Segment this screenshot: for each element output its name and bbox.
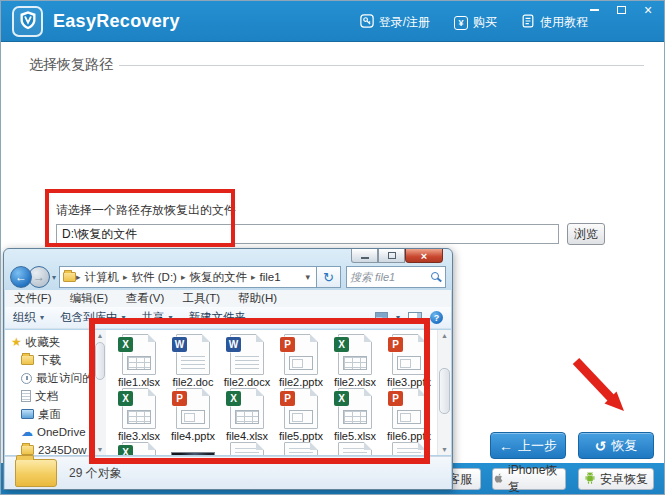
sidebar-item-documents[interactable]: 文档 xyxy=(5,387,93,405)
minimize-icon xyxy=(590,9,599,11)
change-view-icon[interactable] xyxy=(375,312,388,323)
sidebar-scrollbar-thumb[interactable] xyxy=(95,342,105,380)
iphone-recovery-button[interactable]: iPhone恢复 xyxy=(492,468,566,490)
file-item[interactable]: X file2.xlsx xyxy=(328,334,382,388)
android-recovery-button[interactable]: 安卓恢复 xyxy=(578,468,654,490)
window-controls: × xyxy=(586,3,656,17)
file-item[interactable]: X file4.xlsx xyxy=(220,388,274,442)
spreadsheet-preview xyxy=(127,356,151,370)
file-item[interactable]: X file1.xlsx xyxy=(112,334,166,388)
sidebar-2345-label: 2345Dow xyxy=(38,444,87,455)
menu-help[interactable]: 帮助(H) xyxy=(229,291,286,306)
minimize-button[interactable] xyxy=(586,3,602,17)
folder-icon xyxy=(15,459,57,487)
scroll-down-icon[interactable]: ▼ xyxy=(94,446,106,453)
close-button[interactable]: × xyxy=(640,3,656,17)
help-icon[interactable]: ? xyxy=(430,311,443,324)
spreadsheet-preview xyxy=(235,410,259,424)
file-list-scrollbar-thumb[interactable] xyxy=(439,368,450,414)
sidebar-item-2345downloads[interactable]: 2345Dow xyxy=(5,441,93,455)
sidebar-item-favorites[interactable]: ★ 收藏夹 xyxy=(5,333,93,351)
toolbar-organize[interactable]: 组织 ▾ xyxy=(5,310,52,325)
sidebar-favorites-label: 收藏夹 xyxy=(26,335,61,350)
android-icon xyxy=(584,471,596,487)
history-dropdown-icon[interactable]: ▾ xyxy=(52,273,56,282)
search-box xyxy=(346,266,446,288)
powerpoint-badge-icon: P xyxy=(172,391,187,406)
page-title: 选择恢复路径 xyxy=(29,56,113,74)
file-item[interactable]: X file5.xlsx xyxy=(328,388,382,442)
chevron-down-icon[interactable]: ▾ xyxy=(396,313,400,322)
menu-file[interactable]: 文件(F) xyxy=(5,291,61,306)
toolbar-include-in-library[interactable]: 包含到库中 ▾ xyxy=(52,310,134,325)
breadcrumb-drive-d[interactable]: 软件 (D:) xyxy=(128,270,181,285)
scroll-up-icon[interactable]: ▲ xyxy=(94,332,106,339)
file-item[interactable]: W file2.doc xyxy=(166,334,220,388)
address-dropdown-icon[interactable]: ▾ xyxy=(302,272,313,282)
toolbar-share[interactable]: 共享 ▾ xyxy=(134,310,181,325)
sidebar-item-onedrive[interactable]: ☁ OneDrive xyxy=(5,423,93,441)
file-list-scrollbar[interactable]: ▲ ▼ xyxy=(437,330,451,455)
file-item[interactable]: P file2.pptx xyxy=(274,334,328,388)
search-input[interactable] xyxy=(350,268,430,286)
explorer-toolbar: 组织 ▾ 包含到库中 ▾ 共享 ▾ 新建文件夹 ▾ ? xyxy=(5,307,451,329)
recent-places-icon xyxy=(21,373,32,384)
file-name: file4.pptx xyxy=(171,430,215,442)
sidebar-item-recent-places[interactable]: 最近访问的位置 xyxy=(5,369,93,387)
slide-preview xyxy=(397,410,421,424)
app-title: EasyRecovery xyxy=(53,1,180,42)
file-item[interactable] xyxy=(328,442,382,455)
tutorial-button[interactable]: 使用教程 xyxy=(521,14,588,31)
annotation-arrow xyxy=(564,355,636,421)
file-item[interactable]: W file2.docx xyxy=(220,334,274,388)
scroll-up-icon[interactable]: ▲ xyxy=(438,332,451,339)
file-item[interactable]: P file3.pptx xyxy=(382,334,436,388)
recover-button[interactable]: ↺ 恢复 xyxy=(578,432,654,459)
recovery-path-input[interactable] xyxy=(56,224,559,244)
browse-button[interactable]: 浏览 xyxy=(567,223,605,245)
sidebar-onedrive-label: OneDrive xyxy=(37,426,86,438)
toolbar-new-folder[interactable]: 新建文件夹 xyxy=(181,310,255,325)
menu-edit[interactable]: 编辑(E) xyxy=(61,291,117,306)
excel-badge-icon: X xyxy=(334,337,349,352)
file-item[interactable]: X file3.xlsx xyxy=(112,388,166,442)
file-item[interactable]: P file5.pptx xyxy=(274,388,328,442)
previous-step-button[interactable]: ← 上一步 xyxy=(490,432,566,459)
text-preview xyxy=(343,448,367,455)
file-item[interactable] xyxy=(220,442,274,455)
breadcrumb[interactable]: ▸ 计算机 ▸ 软件 (D:) ▸ 恢复的文件 ▸ file1 ▾ xyxy=(59,266,317,288)
sidebar-item-downloads[interactable]: 下载 xyxy=(5,351,93,369)
file-item[interactable]: P file6.pptx xyxy=(382,388,436,442)
excel-badge-icon: X xyxy=(118,337,133,352)
file-item[interactable] xyxy=(382,442,436,455)
preview-pane-icon[interactable] xyxy=(408,312,422,323)
slide-preview xyxy=(289,356,313,370)
sidebar-item-desktop[interactable]: 桌面 xyxy=(5,405,93,423)
maximize-button[interactable] xyxy=(613,3,629,17)
close-icon: × xyxy=(421,250,427,262)
file-item[interactable]: P file4.pptx xyxy=(166,388,220,442)
login-register-button[interactable]: 登录/注册 xyxy=(360,14,430,31)
sidebar-scrollbar[interactable]: ▲ ▼ xyxy=(93,330,106,455)
refresh-button[interactable]: ↻ xyxy=(317,266,341,288)
explorer-maximize-button[interactable] xyxy=(378,249,405,263)
header-actions: 登录/注册 ¥ 购买 使用教程 xyxy=(360,14,588,31)
menu-tools[interactable]: 工具(T) xyxy=(173,291,229,306)
breadcrumb-recovered-files[interactable]: 恢复的文件 xyxy=(185,270,251,285)
file-item[interactable]: X xyxy=(112,442,166,455)
breadcrumb-file1[interactable]: file1 xyxy=(256,271,285,283)
scroll-down-icon[interactable]: ▼ xyxy=(438,446,451,453)
back-button[interactable]: ← xyxy=(10,266,32,288)
apple-icon xyxy=(493,472,504,487)
refresh-icon: ↻ xyxy=(323,270,334,285)
breadcrumb-computer[interactable]: 计算机 xyxy=(81,270,124,285)
buy-button[interactable]: ¥ 购买 xyxy=(454,14,497,31)
explorer-window: × ← → ▾ ▸ 计算机 ▸ 软件 (D:) ▸ 恢复的文件 ▸ file1 … xyxy=(3,248,453,490)
menu-view[interactable]: 查看(V) xyxy=(117,291,173,306)
file-name: file4.xlsx xyxy=(226,430,268,442)
file-item[interactable] xyxy=(274,442,328,455)
explorer-close-button[interactable]: × xyxy=(405,249,443,263)
explorer-minimize-button[interactable] xyxy=(351,249,378,263)
file-item[interactable] xyxy=(166,442,220,455)
excel-badge-icon: X xyxy=(118,391,133,406)
